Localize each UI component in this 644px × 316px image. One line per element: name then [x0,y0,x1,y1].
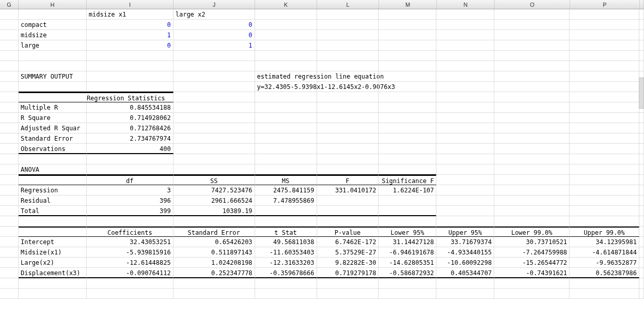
cell[interactable] [436,92,494,102]
cell[interactable] [639,278,644,289]
cell[interactable] [19,51,87,61]
cell[interactable]: Upper 99.0% [570,227,639,237]
cell[interactable] [494,164,570,175]
cell[interactable]: 0.252347778 [174,268,255,278]
cell[interactable] [436,175,494,185]
cell[interactable] [494,92,570,102]
cell[interactable] [639,237,644,247]
cell[interactable] [639,206,644,216]
cell[interactable] [0,154,19,164]
cell[interactable] [255,20,317,30]
cell[interactable] [255,9,317,20]
cell[interactable]: t Stat [255,227,317,237]
cell[interactable]: Standard Error [19,133,87,144]
cell[interactable]: -0.359678666 [255,268,317,278]
summary-output-label[interactable]: SUMMARY OUTPUT [19,71,87,82]
cell[interactable] [379,206,436,216]
cell[interactable]: Upper 95% [436,227,494,237]
col-header-n[interactable]: N [437,0,495,9]
cell[interactable] [570,71,639,82]
cell[interactable] [317,206,379,216]
cell[interactable] [317,144,379,154]
cell[interactable] [317,9,379,20]
cell[interactable]: 7.478955869 [255,195,317,206]
cell[interactable] [570,102,639,113]
cell[interactable] [19,175,87,185]
cell[interactable] [0,185,19,195]
cell[interactable] [379,82,436,92]
cell[interactable] [255,289,317,299]
cell[interactable] [19,216,87,227]
cell[interactable] [87,61,174,71]
cell[interactable] [379,144,436,154]
cell[interactable]: 1.024208198 [174,258,255,268]
cell[interactable] [436,144,494,154]
cell[interactable]: -15.26544772 [494,258,570,268]
cell[interactable] [19,278,87,289]
cell[interactable]: -12.31633203 [255,258,317,268]
cell[interactable]: P-value [317,227,379,237]
cell[interactable] [570,133,639,144]
cell[interactable] [570,113,639,123]
cell[interactable]: 6.7462E-172 [317,237,379,247]
cell[interactable]: df [87,175,174,185]
cell[interactable] [379,278,436,289]
cell[interactable] [379,51,436,61]
cell[interactable] [255,123,317,133]
cell[interactable]: R Square [19,113,87,123]
cell[interactable]: 7427.523476 [174,185,255,195]
cell[interactable] [174,71,255,82]
cell[interactable]: 396 [87,195,174,206]
cell[interactable] [639,30,644,40]
cell[interactable] [639,227,644,237]
cell[interactable] [0,123,19,133]
cell[interactable]: -7.264759988 [494,247,570,258]
cell[interactable] [379,40,436,51]
cell[interactable] [639,144,644,154]
cell[interactable] [379,216,436,227]
col-header-p[interactable]: P [570,0,640,9]
cell[interactable]: -14.62805351 [379,258,436,268]
col-header-o[interactable]: O [495,0,570,9]
cell[interactable] [570,61,639,71]
cell[interactable] [174,216,255,227]
cell[interactable] [174,278,255,289]
cell[interactable] [379,123,436,133]
cell[interactable] [19,9,87,20]
cell[interactable] [255,154,317,164]
cell[interactable] [174,289,255,299]
cell[interactable] [0,258,19,268]
cell[interactable] [436,133,494,144]
cell[interactable] [0,289,19,299]
cell[interactable] [255,92,317,102]
cell[interactable]: 49.56811038 [255,237,317,247]
cell[interactable] [436,154,494,164]
cell[interactable] [87,154,174,164]
cell[interactable] [436,206,494,216]
equation-value[interactable]: y=32.4305-5.9398x1-12.6145x2-0.9076x3 [255,82,317,92]
cell[interactable] [19,289,87,299]
cell[interactable]: midsize x1 [87,9,174,20]
cell[interactable] [436,82,494,92]
cell[interactable] [494,9,570,20]
cell[interactable] [436,40,494,51]
cell[interactable] [436,61,494,71]
col-header-m[interactable]: M [379,0,437,9]
cell[interactable] [0,20,19,30]
cell[interactable] [639,40,644,51]
cell[interactable] [494,61,570,71]
cell[interactable]: -0.090764112 [87,268,174,278]
cell[interactable] [0,71,19,82]
col-header-k[interactable]: K [255,0,317,9]
cell[interactable] [255,133,317,144]
cell[interactable] [87,164,174,175]
cell[interactable]: -0.586872932 [379,268,436,278]
cell[interactable] [255,102,317,113]
cell[interactable] [570,164,639,175]
cell[interactable] [639,113,644,123]
cell[interactable]: MS [255,175,317,185]
cell[interactable] [255,164,317,175]
cell[interactable] [379,30,436,40]
cell[interactable] [0,268,19,278]
cell[interactable] [19,61,87,71]
